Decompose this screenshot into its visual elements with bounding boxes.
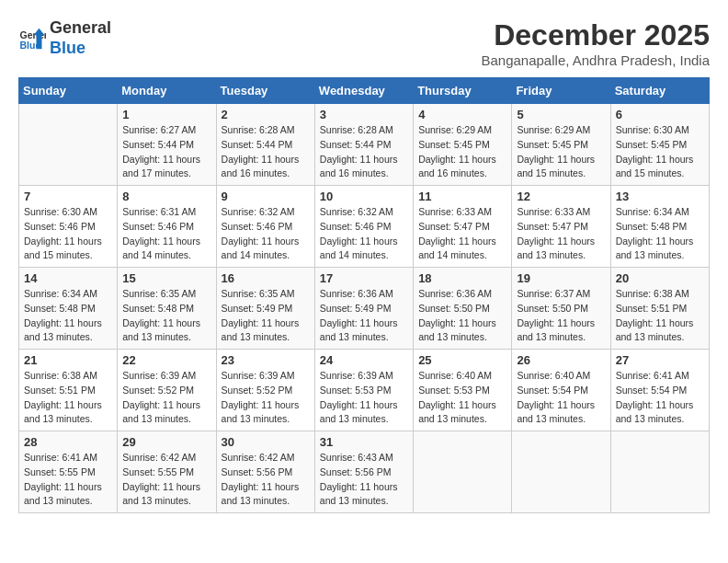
day-info: Sunrise: 6:40 AMSunset: 5:54 PMDaylight:… bbox=[517, 369, 605, 427]
day-number: 12 bbox=[517, 190, 605, 203]
week-row-1: 1Sunrise: 6:27 AMSunset: 5:44 PMDaylight… bbox=[19, 104, 710, 186]
day-number: 8 bbox=[122, 190, 210, 203]
calendar-cell: 22Sunrise: 6:39 AMSunset: 5:52 PMDayligh… bbox=[118, 350, 216, 431]
calendar-table: SundayMondayTuesdayWednesdayThursdayFrid… bbox=[18, 77, 710, 513]
column-header-sunday: Sunday bbox=[19, 78, 118, 104]
day-info: Sunrise: 6:39 AMSunset: 5:53 PMDaylight:… bbox=[320, 369, 408, 427]
day-number: 15 bbox=[122, 271, 210, 285]
calendar-cell: 18Sunrise: 6:36 AMSunset: 5:50 PMDayligh… bbox=[414, 268, 512, 350]
day-number: 5 bbox=[517, 108, 605, 121]
calendar-cell: 5Sunrise: 6:29 AMSunset: 5:45 PMDaylight… bbox=[512, 104, 610, 186]
day-number: 11 bbox=[418, 190, 506, 203]
location: Banganapalle, Andhra Pradesh, India bbox=[481, 52, 710, 68]
calendar-cell: 20Sunrise: 6:38 AMSunset: 5:51 PMDayligh… bbox=[610, 268, 709, 350]
calendar-cell: 27Sunrise: 6:41 AMSunset: 5:54 PMDayligh… bbox=[610, 350, 709, 431]
calendar-cell: 25Sunrise: 6:40 AMSunset: 5:53 PMDayligh… bbox=[414, 350, 512, 431]
day-number: 29 bbox=[122, 435, 210, 449]
day-number: 3 bbox=[320, 108, 408, 121]
day-number: 4 bbox=[418, 108, 506, 121]
column-header-saturday: Saturday bbox=[610, 78, 709, 104]
day-number: 21 bbox=[24, 353, 112, 367]
day-info: Sunrise: 6:29 AMSunset: 5:45 PMDaylight:… bbox=[418, 123, 506, 181]
column-header-tuesday: Tuesday bbox=[216, 78, 314, 104]
day-number: 2 bbox=[222, 108, 310, 121]
calendar-cell: 16Sunrise: 6:35 AMSunset: 5:49 PMDayligh… bbox=[216, 268, 314, 350]
calendar-cell: 11Sunrise: 6:33 AMSunset: 5:47 PMDayligh… bbox=[414, 186, 512, 268]
calendar-cell bbox=[610, 431, 709, 513]
calendar-cell bbox=[414, 431, 512, 513]
column-header-friday: Friday bbox=[512, 78, 610, 104]
day-info: Sunrise: 6:37 AMSunset: 5:50 PMDaylight:… bbox=[517, 287, 605, 345]
column-header-wednesday: Wednesday bbox=[314, 78, 413, 104]
day-info: Sunrise: 6:30 AMSunset: 5:46 PMDaylight:… bbox=[24, 205, 112, 263]
day-info: Sunrise: 6:35 AMSunset: 5:48 PMDaylight:… bbox=[122, 287, 210, 345]
day-info: Sunrise: 6:39 AMSunset: 5:52 PMDaylight:… bbox=[122, 369, 210, 427]
week-row-5: 28Sunrise: 6:41 AMSunset: 5:55 PMDayligh… bbox=[19, 431, 710, 513]
logo: General Blue General Blue bbox=[18, 18, 111, 58]
day-info: Sunrise: 6:39 AMSunset: 5:52 PMDaylight:… bbox=[222, 369, 310, 427]
day-info: Sunrise: 6:28 AMSunset: 5:44 PMDaylight:… bbox=[222, 123, 310, 181]
calendar-cell: 10Sunrise: 6:32 AMSunset: 5:46 PMDayligh… bbox=[314, 186, 413, 268]
week-row-4: 21Sunrise: 6:38 AMSunset: 5:51 PMDayligh… bbox=[19, 350, 710, 431]
day-info: Sunrise: 6:30 AMSunset: 5:45 PMDaylight:… bbox=[616, 123, 704, 181]
calendar-cell: 1Sunrise: 6:27 AMSunset: 5:44 PMDaylight… bbox=[118, 104, 216, 186]
day-number: 10 bbox=[320, 190, 408, 203]
calendar-cell: 19Sunrise: 6:37 AMSunset: 5:50 PMDayligh… bbox=[512, 268, 610, 350]
calendar-cell bbox=[512, 431, 610, 513]
day-info: Sunrise: 6:33 AMSunset: 5:47 PMDaylight:… bbox=[517, 205, 605, 263]
calendar-cell: 15Sunrise: 6:35 AMSunset: 5:48 PMDayligh… bbox=[118, 268, 216, 350]
calendar-cell: 9Sunrise: 6:32 AMSunset: 5:46 PMDaylight… bbox=[216, 186, 314, 268]
day-number: 20 bbox=[616, 271, 704, 285]
calendar-cell: 26Sunrise: 6:40 AMSunset: 5:54 PMDayligh… bbox=[512, 350, 610, 431]
calendar-cell: 31Sunrise: 6:43 AMSunset: 5:56 PMDayligh… bbox=[314, 431, 413, 513]
day-info: Sunrise: 6:36 AMSunset: 5:50 PMDaylight:… bbox=[418, 287, 506, 345]
day-info: Sunrise: 6:33 AMSunset: 5:47 PMDaylight:… bbox=[418, 205, 506, 263]
column-header-monday: Monday bbox=[118, 78, 216, 104]
day-info: Sunrise: 6:32 AMSunset: 5:46 PMDaylight:… bbox=[222, 205, 310, 263]
day-number: 31 bbox=[320, 435, 408, 449]
column-header-thursday: Thursday bbox=[414, 78, 512, 104]
day-info: Sunrise: 6:36 AMSunset: 5:49 PMDaylight:… bbox=[320, 287, 408, 345]
calendar-cell: 29Sunrise: 6:42 AMSunset: 5:55 PMDayligh… bbox=[118, 431, 216, 513]
day-number: 6 bbox=[616, 108, 704, 121]
day-info: Sunrise: 6:38 AMSunset: 5:51 PMDaylight:… bbox=[616, 287, 704, 345]
calendar-header: SundayMondayTuesdayWednesdayThursdayFrid… bbox=[19, 78, 710, 104]
page-header: General Blue General Blue December 2025 … bbox=[18, 18, 710, 68]
day-number: 16 bbox=[222, 271, 310, 285]
day-info: Sunrise: 6:41 AMSunset: 5:54 PMDaylight:… bbox=[616, 369, 704, 427]
day-info: Sunrise: 6:38 AMSunset: 5:51 PMDaylight:… bbox=[24, 369, 112, 427]
day-number: 25 bbox=[418, 353, 506, 367]
day-number: 7 bbox=[24, 190, 112, 203]
day-info: Sunrise: 6:32 AMSunset: 5:46 PMDaylight:… bbox=[320, 205, 408, 263]
day-number: 14 bbox=[24, 271, 112, 285]
calendar-body: 1Sunrise: 6:27 AMSunset: 5:44 PMDaylight… bbox=[19, 104, 710, 513]
day-info: Sunrise: 6:27 AMSunset: 5:44 PMDaylight:… bbox=[122, 123, 210, 181]
day-number: 23 bbox=[222, 353, 310, 367]
month-title: December 2025 bbox=[481, 18, 710, 52]
calendar-cell: 17Sunrise: 6:36 AMSunset: 5:49 PMDayligh… bbox=[314, 268, 413, 350]
day-number: 30 bbox=[222, 435, 310, 449]
day-info: Sunrise: 6:41 AMSunset: 5:55 PMDaylight:… bbox=[24, 451, 112, 509]
day-number: 9 bbox=[222, 190, 310, 203]
calendar-cell: 13Sunrise: 6:34 AMSunset: 5:48 PMDayligh… bbox=[610, 186, 709, 268]
calendar-cell: 12Sunrise: 6:33 AMSunset: 5:47 PMDayligh… bbox=[512, 186, 610, 268]
day-info: Sunrise: 6:40 AMSunset: 5:53 PMDaylight:… bbox=[418, 369, 506, 427]
day-info: Sunrise: 6:42 AMSunset: 5:56 PMDaylight:… bbox=[222, 451, 310, 509]
day-number: 17 bbox=[320, 271, 408, 285]
day-info: Sunrise: 6:34 AMSunset: 5:48 PMDaylight:… bbox=[616, 205, 704, 263]
calendar-cell: 6Sunrise: 6:30 AMSunset: 5:45 PMDaylight… bbox=[610, 104, 709, 186]
day-number: 28 bbox=[24, 435, 112, 449]
day-info: Sunrise: 6:29 AMSunset: 5:45 PMDaylight:… bbox=[517, 123, 605, 181]
logo-icon: General Blue bbox=[18, 25, 46, 52]
calendar-cell: 21Sunrise: 6:38 AMSunset: 5:51 PMDayligh… bbox=[19, 350, 118, 431]
day-number: 19 bbox=[517, 271, 605, 285]
day-number: 24 bbox=[320, 353, 408, 367]
calendar-cell: 14Sunrise: 6:34 AMSunset: 5:48 PMDayligh… bbox=[19, 268, 118, 350]
day-number: 18 bbox=[418, 271, 506, 285]
calendar-cell: 3Sunrise: 6:28 AMSunset: 5:44 PMDaylight… bbox=[314, 104, 413, 186]
day-info: Sunrise: 6:34 AMSunset: 5:48 PMDaylight:… bbox=[24, 287, 112, 345]
calendar-cell: 24Sunrise: 6:39 AMSunset: 5:53 PMDayligh… bbox=[314, 350, 413, 431]
calendar-cell: 2Sunrise: 6:28 AMSunset: 5:44 PMDaylight… bbox=[216, 104, 314, 186]
day-info: Sunrise: 6:28 AMSunset: 5:44 PMDaylight:… bbox=[320, 123, 408, 181]
calendar-cell: 30Sunrise: 6:42 AMSunset: 5:56 PMDayligh… bbox=[216, 431, 314, 513]
